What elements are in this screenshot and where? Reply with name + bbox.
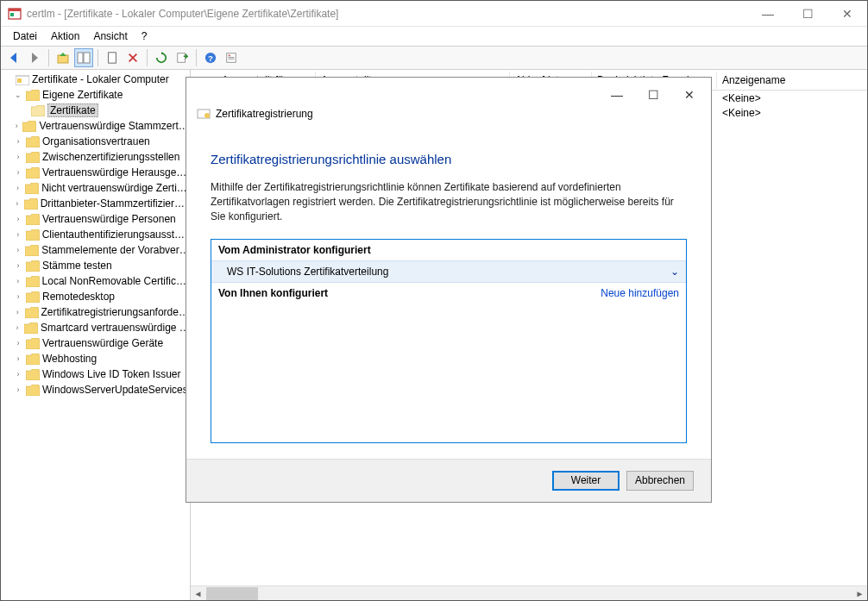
- chevron-right-icon[interactable]: ›: [13, 167, 23, 178]
- chevron-right-icon[interactable]: ›: [13, 338, 23, 348]
- policy-item[interactable]: WS IT-Solutions Zertifikatverteilung ⌄: [211, 260, 686, 283]
- toolbar-separator: [97, 49, 98, 66]
- tree-folder-item[interactable]: ›Vertrauenswürdige Stammzertifizierungss…: [1, 118, 190, 134]
- folder-icon: [26, 229, 40, 241]
- cert-wizard-icon: [197, 107, 211, 121]
- chevron-right-icon[interactable]: ›: [13, 385, 23, 395]
- chevron-right-icon[interactable]: ›: [13, 369, 23, 379]
- tree-folder-item[interactable]: ›Stammelemente der Vorabversion: [1, 242, 190, 258]
- policy-list: Vom Administrator konfiguriert WS IT-Sol…: [211, 239, 687, 443]
- up-button[interactable]: [53, 48, 72, 67]
- tree-folder-item[interactable]: ›Remotedesktop: [1, 289, 190, 304]
- tree-folder-item[interactable]: ›Clientauthentifizierungsaussteller: [1, 227, 190, 242]
- help-button[interactable]: ?: [201, 48, 220, 67]
- chevron-right-icon[interactable]: ›: [13, 136, 23, 147]
- show-tree-button[interactable]: [74, 48, 93, 67]
- chevron-right-icon[interactable]: ›: [13, 121, 20, 131]
- chevron-right-icon[interactable]: ›: [13, 260, 23, 271]
- folder-icon: [25, 307, 39, 318]
- tree-folder-item[interactable]: ›Drittanbieter-Stammzertifizierungsstell…: [1, 196, 190, 211]
- chevron-right-icon[interactable]: ›: [13, 307, 22, 317]
- next-button[interactable]: Weiter: [552, 471, 620, 491]
- chevron-right-icon[interactable]: ›: [13, 354, 23, 364]
- folder-icon: [26, 385, 40, 396]
- chevron-down-icon[interactable]: ⌄: [670, 266, 679, 278]
- delete-button[interactable]: [123, 48, 142, 67]
- svg-rect-11: [229, 55, 231, 57]
- chevron-right-icon[interactable]: ›: [13, 229, 23, 240]
- tree-folder-item[interactable]: ›Stämme testen: [1, 258, 190, 273]
- chevron-right-icon[interactable]: ›: [13, 183, 22, 193]
- chevron-down-icon[interactable]: [3, 74, 13, 85]
- menu-action[interactable]: Aktion: [44, 28, 86, 44]
- tree-certs-selected[interactable]: Zertifikate: [1, 103, 190, 118]
- folder-icon: [26, 260, 40, 272]
- tree-folder-item[interactable]: ›Vertrauenswürdige Geräte: [1, 335, 190, 351]
- tree-folder-item[interactable]: ›Local NonRemovable Certificates: [1, 273, 190, 289]
- dialog-button-bar: Weiter Abbrechen: [186, 459, 711, 502]
- tree-folder-item[interactable]: ›Smartcard vertrauenswürdige Stämme: [1, 320, 190, 335]
- tree-folder-item[interactable]: ›Zwischenzertifizierungsstellen: [1, 149, 190, 165]
- cut-button[interactable]: [103, 48, 122, 67]
- dialog-breadcrumb: Zertifikatregistrierung: [197, 107, 687, 121]
- dialog-close-button[interactable]: ✕: [671, 83, 708, 107]
- export-button[interactable]: [173, 48, 192, 67]
- properties-button[interactable]: [222, 48, 241, 67]
- col-display-name[interactable]: Anzeigename: [717, 72, 867, 89]
- maximize-button[interactable]: ☐: [788, 1, 827, 27]
- svg-rect-6: [109, 53, 116, 63]
- toolbar-separator: [147, 49, 148, 66]
- menu-file[interactable]: Datei: [6, 28, 44, 44]
- svg-rect-2: [10, 13, 14, 16]
- folder-icon: [26, 136, 40, 147]
- folder-icon: [26, 369, 40, 380]
- chevron-right-icon[interactable]: ›: [13, 291, 23, 302]
- chevron-right-icon[interactable]: ›: [13, 152, 23, 162]
- chevron-right-icon[interactable]: ›: [13, 198, 22, 209]
- chevron-right-icon[interactable]: ›: [13, 276, 23, 286]
- chevron-right-icon[interactable]: ›: [13, 245, 22, 255]
- scroll-left-icon[interactable]: ◄: [191, 586, 205, 601]
- dialog-maximize-button[interactable]: ☐: [635, 83, 671, 107]
- tree-folder-item[interactable]: ›WindowsServerUpdateServices: [1, 382, 190, 398]
- main-window: certlm - [Zertifikate - Lokaler Computer…: [0, 0, 868, 601]
- forward-button[interactable]: [25, 48, 44, 67]
- tree-folder-item[interactable]: ›Vertrauenswürdige Personen: [1, 211, 190, 227]
- back-button[interactable]: [4, 48, 23, 67]
- tree-folder-item[interactable]: ›Nicht vertrauenswürdige Zertifikate: [1, 180, 190, 196]
- minimize-button[interactable]: —: [748, 1, 788, 27]
- toolbar: ?: [1, 46, 867, 70]
- tree-folder-item[interactable]: ›Organisationsvertrauen: [1, 134, 190, 149]
- svg-rect-12: [229, 57, 235, 58]
- scroll-right-icon[interactable]: ►: [852, 586, 867, 601]
- scroll-thumb[interactable]: [206, 587, 258, 600]
- tree-root[interactable]: Zertifikate - Lokaler Computer: [1, 72, 190, 87]
- refresh-button[interactable]: [152, 48, 171, 67]
- tree-folder-item[interactable]: ›Windows Live ID Token Issuer: [1, 366, 190, 382]
- svg-rect-4: [78, 53, 83, 63]
- window-title: certlm - [Zertifikate - Lokaler Computer…: [27, 8, 748, 20]
- svg-rect-5: [84, 53, 90, 63]
- chevron-right-icon[interactable]: ›: [13, 322, 22, 333]
- tree-folder-item[interactable]: ›Zertifikatregistrierungsanforderungen: [1, 304, 190, 320]
- svg-point-18: [204, 113, 210, 118]
- folder-icon: [25, 245, 39, 256]
- dialog-minimize-button[interactable]: —: [599, 83, 635, 107]
- horizontal-scrollbar[interactable]: ◄ ►: [191, 585, 867, 600]
- tree-folder-item[interactable]: ›Webhosting: [1, 351, 190, 366]
- dialog-heading: Zertifikatregistrierungsrichtlinie auswä…: [211, 152, 687, 166]
- tree-folder-item[interactable]: ›Vertrauenswürdige Herausgeber: [1, 165, 190, 180]
- svg-rect-7: [178, 53, 186, 63]
- add-new-link[interactable]: Neue hinzufügen: [601, 287, 679, 299]
- folder-icon: [26, 354, 40, 365]
- cancel-button[interactable]: Abbrechen: [626, 471, 694, 491]
- folder-icon: [26, 90, 40, 101]
- svg-rect-3: [58, 55, 68, 63]
- tree-own-certs[interactable]: ⌄ Eigene Zertifikate: [1, 87, 190, 103]
- menu-help[interactable]: ?: [135, 28, 154, 44]
- chevron-right-icon[interactable]: ›: [13, 214, 23, 224]
- menu-view[interactable]: Ansicht: [86, 28, 134, 44]
- user-configured-header: Von Ihnen konfiguriert Neue hinzufügen: [211, 283, 686, 304]
- chevron-down-icon[interactable]: ⌄: [13, 90, 23, 100]
- close-button[interactable]: ✕: [827, 1, 867, 27]
